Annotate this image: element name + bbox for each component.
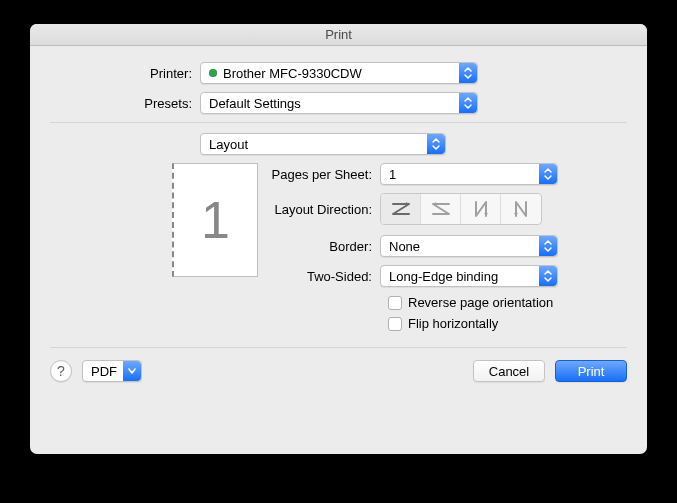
border-select[interactable]: None [380, 235, 558, 257]
layout-direction-z[interactable] [381, 194, 421, 224]
print-dialog: Print Printer: Brother MFC-9330CDW Prese… [30, 24, 647, 454]
dialog-content: Printer: Brother MFC-9330CDW Presets: De… [30, 46, 647, 348]
chevrons-icon [539, 266, 557, 286]
two-sided-label: Two-Sided: [268, 269, 380, 284]
print-label: Print [578, 364, 605, 379]
cancel-label: Cancel [489, 364, 529, 379]
reverse-orientation-checkbox[interactable] [388, 296, 402, 310]
flip-horizontally-row: Flip horizontally [388, 316, 627, 331]
pages-per-sheet-label: Pages per Sheet: [268, 167, 380, 182]
layout-direction-n1[interactable] [461, 194, 501, 224]
pages-per-sheet-value: 1 [389, 167, 396, 182]
chevrons-icon [539, 236, 557, 256]
pdf-menu[interactable]: PDF [82, 360, 142, 382]
reverse-orientation-label: Reverse page orientation [408, 295, 553, 310]
section-divider [50, 122, 627, 123]
preview-page-number: 1 [201, 190, 230, 250]
layout-direction-s[interactable] [421, 194, 461, 224]
section-value: Layout [209, 137, 248, 152]
page-preview: 1 [172, 163, 258, 331]
layout-options: Pages per Sheet: 1 Layout Direction: [268, 163, 627, 331]
dialog-footer: ? PDF Cancel Print [30, 348, 647, 398]
printer-status-icon [209, 69, 217, 77]
help-button[interactable]: ? [50, 360, 72, 382]
flip-horizontally-label: Flip horizontally [408, 316, 498, 331]
presets-value: Default Settings [209, 96, 301, 111]
presets-label: Presets: [50, 96, 200, 111]
chevrons-icon [459, 63, 477, 83]
layout-direction-label: Layout Direction: [268, 202, 380, 217]
reverse-orientation-row: Reverse page orientation [388, 295, 627, 310]
flip-horizontally-checkbox[interactable] [388, 317, 402, 331]
section-select[interactable]: Layout [200, 133, 446, 155]
chevrons-icon [427, 134, 445, 154]
preview-page: 1 [172, 163, 258, 277]
printer-select[interactable]: Brother MFC-9330CDW [200, 62, 478, 84]
presets-select[interactable]: Default Settings [200, 92, 478, 114]
layout-direction-group [380, 193, 542, 225]
cancel-button[interactable]: Cancel [473, 360, 545, 382]
border-value: None [389, 239, 420, 254]
pdf-label: PDF [91, 364, 117, 379]
border-label: Border: [268, 239, 380, 254]
chevrons-icon [459, 93, 477, 113]
printer-label: Printer: [50, 66, 200, 81]
printer-value: Brother MFC-9330CDW [223, 66, 362, 81]
layout-direction-n2[interactable] [501, 194, 541, 224]
chevrons-icon [539, 164, 557, 184]
window-title: Print [30, 24, 647, 46]
print-button[interactable]: Print [555, 360, 627, 382]
two-sided-select[interactable]: Long-Edge binding [380, 265, 558, 287]
two-sided-value: Long-Edge binding [389, 269, 498, 284]
chevron-down-icon [123, 361, 141, 381]
help-icon: ? [57, 363, 65, 379]
pages-per-sheet-select[interactable]: 1 [380, 163, 558, 185]
